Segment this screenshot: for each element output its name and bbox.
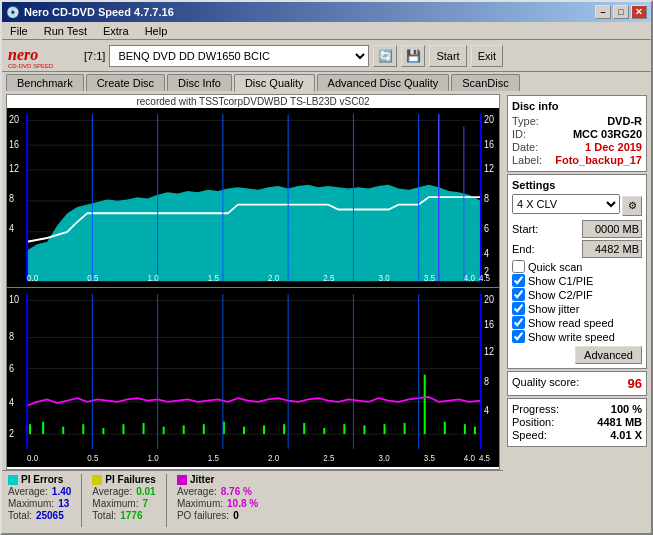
svg-rect-71 — [283, 424, 285, 434]
pi-failures-avg-row: Average: 0.01 — [92, 486, 156, 497]
speed-select[interactable]: 4 X CLV — [512, 194, 620, 214]
close-button[interactable]: ✕ — [631, 5, 647, 19]
start-button[interactable]: Start — [429, 45, 466, 67]
speed-value: 4.01 X — [610, 429, 642, 441]
svg-text:0.5: 0.5 — [87, 452, 98, 463]
upper-chart: 20 16 12 8 4 20 16 12 8 6 4 2 — [7, 108, 499, 288]
svg-rect-63 — [122, 424, 124, 434]
save-icon[interactable]: 💾 — [401, 45, 425, 67]
svg-text:2.5: 2.5 — [323, 452, 334, 463]
svg-text:6: 6 — [9, 362, 14, 374]
quality-label: Quality score: — [512, 376, 579, 391]
svg-text:20: 20 — [484, 292, 494, 304]
pi-failures-avg-label: Average: — [92, 486, 132, 497]
menu-bar: File Run Test Extra Help — [2, 22, 651, 40]
jitter-legend: Jitter — [177, 474, 258, 485]
refresh-icon[interactable]: 🔄 — [373, 45, 397, 67]
svg-rect-65 — [163, 426, 165, 433]
disc-info-title: Disc info — [512, 100, 642, 112]
jitter-po-row: PO failures: 0 — [177, 510, 258, 521]
svg-text:4.5: 4.5 — [479, 273, 490, 284]
jitter-max-row: Maximum: 10.8 % — [177, 498, 258, 509]
exit-button[interactable]: Exit — [471, 45, 503, 67]
start-row: Start: — [512, 220, 642, 238]
svg-text:8: 8 — [9, 192, 14, 204]
show-read-label: Show read speed — [528, 317, 614, 329]
advanced-button[interactable]: Advanced — [575, 346, 642, 364]
tab-disc-quality[interactable]: Disc Quality — [234, 74, 315, 92]
svg-rect-80 — [464, 424, 466, 434]
pi-failures-total-label: Total: — [92, 510, 116, 521]
divider-2 — [166, 474, 167, 527]
svg-text:1.0: 1.0 — [148, 273, 159, 284]
speed-row: Speed: 4.01 X — [512, 429, 642, 441]
settings-title: Settings — [512, 179, 642, 191]
svg-rect-78 — [424, 374, 426, 433]
svg-rect-75 — [363, 425, 365, 434]
show-jitter-checkbox[interactable] — [512, 302, 525, 315]
disc-label-value: Foto_backup_17 — [555, 154, 642, 166]
svg-text:12: 12 — [9, 162, 19, 174]
title-left: 💿 Nero CD-DVD Speed 4.7.7.16 — [6, 6, 174, 19]
drive-select[interactable]: BENQ DVD DD DW1650 BCIC — [109, 45, 369, 67]
show-write-checkbox[interactable] — [512, 330, 525, 343]
drive-label: [7:1] — [84, 50, 105, 62]
svg-rect-76 — [384, 424, 386, 434]
pi-errors-total-label: Total: — [8, 510, 32, 521]
minimize-button[interactable]: – — [595, 5, 611, 19]
tab-benchmark[interactable]: Benchmark — [6, 74, 84, 91]
svg-text:8: 8 — [484, 374, 489, 386]
tab-advanced-disc-quality[interactable]: Advanced Disc Quality — [317, 74, 450, 91]
menu-help[interactable]: Help — [141, 24, 172, 38]
end-row: End: — [512, 240, 642, 258]
maximize-button[interactable]: □ — [613, 5, 629, 19]
svg-text:1.0: 1.0 — [148, 452, 159, 463]
menu-extra[interactable]: Extra — [99, 24, 133, 38]
svg-text:3.5: 3.5 — [424, 273, 435, 284]
disc-type-row: Type: DVD-R — [512, 115, 642, 127]
quick-scan-checkbox[interactable] — [512, 260, 525, 273]
tab-create-disc[interactable]: Create Disc — [86, 74, 165, 91]
side-panel: Disc info Type: DVD-R ID: MCC 03RG20 Dat… — [503, 91, 651, 530]
charts-wrapper: recorded with TSSTcorpDVDWBD TS-LB23D vS… — [6, 94, 500, 470]
app-icon: 💿 — [6, 6, 20, 19]
start-input[interactable] — [582, 220, 642, 238]
pi-failures-total-value: 1776 — [120, 510, 142, 521]
progress-section: Progress: 100 % Position: 4481 MB Speed:… — [507, 398, 647, 447]
show-read-row: Show read speed — [512, 316, 642, 329]
svg-rect-79 — [444, 421, 446, 433]
quality-section: Quality score: 96 — [507, 371, 647, 396]
svg-text:1.5: 1.5 — [208, 452, 219, 463]
svg-text:0.0: 0.0 — [27, 452, 38, 463]
tab-scan-disc[interactable]: ScanDisc — [451, 74, 519, 91]
show-c2-label: Show C2/PIF — [528, 289, 593, 301]
svg-text:16: 16 — [484, 317, 494, 329]
disc-id-label: ID: — [512, 128, 526, 140]
svg-text:3.0: 3.0 — [379, 273, 390, 284]
show-c2-checkbox[interactable] — [512, 288, 525, 301]
end-input[interactable] — [582, 240, 642, 258]
show-c2-row: Show C2/PIF — [512, 288, 642, 301]
svg-text:16: 16 — [9, 138, 19, 150]
jitter-avg-value: 8.76 % — [221, 486, 252, 497]
pi-errors-max-label: Maximum: — [8, 498, 54, 509]
svg-text:4: 4 — [484, 247, 489, 259]
disc-date-row: Date: 1 Dec 2019 — [512, 141, 642, 153]
settings-options-icon[interactable]: ⚙ — [622, 196, 642, 216]
pi-failures-label: PI Failures — [105, 474, 156, 485]
pi-errors-total-value: 25065 — [36, 510, 64, 521]
tab-disc-info[interactable]: Disc Info — [167, 74, 232, 91]
svg-rect-60 — [62, 426, 64, 433]
lower-chart: 10 8 6 4 2 20 16 12 8 4 — [7, 288, 499, 468]
show-read-checkbox[interactable] — [512, 316, 525, 329]
pi-failures-max-row: Maximum: 7 — [92, 498, 156, 509]
menu-file[interactable]: File — [6, 24, 32, 38]
jitter-po-label: PO failures: — [177, 510, 229, 521]
disc-date-value: 1 Dec 2019 — [585, 141, 642, 153]
pi-errors-color — [8, 475, 18, 485]
show-c1-checkbox[interactable] — [512, 274, 525, 287]
menu-run-test[interactable]: Run Test — [40, 24, 91, 38]
svg-text:8: 8 — [484, 192, 489, 204]
toolbar: nero CD-DVD SPEED [7:1] BENQ DVD DD DW16… — [2, 40, 651, 72]
disc-type-value: DVD-R — [607, 115, 642, 127]
